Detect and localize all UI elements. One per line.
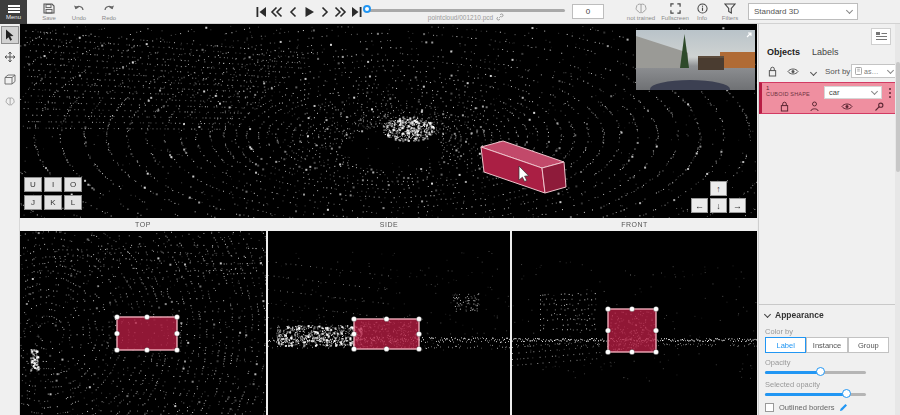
opacity-slider-fill (765, 371, 820, 374)
camera-preview[interactable] (636, 30, 755, 90)
object-assign-button[interactable] (810, 101, 819, 112)
object-lock-button[interactable] (780, 101, 789, 112)
panel-scrollbar-thumb[interactable] (896, 62, 900, 172)
fullscreen-button[interactable]: Fullscreen (660, 0, 690, 24)
caret-down-icon (809, 68, 816, 75)
next-frame-icon (320, 6, 330, 18)
menu-button[interactable]: Menu (0, 0, 27, 24)
hamburger-icon (8, 5, 20, 13)
class-dropdown[interactable]: car (824, 86, 882, 99)
filters-label: Filters (722, 15, 738, 21)
redo-icon (103, 4, 115, 14)
filename-label: pointcloud/001210.pcd (428, 14, 493, 21)
playback-controls (253, 4, 364, 20)
visibility-all-button[interactable] (785, 64, 801, 78)
view-mode-dropdown[interactable]: Standard 3D (748, 3, 858, 20)
outlined-borders-row: Outlined borders (765, 403, 848, 412)
selected-box-side[interactable] (348, 313, 425, 355)
filename-row: pointcloud/001210.pcd (367, 13, 565, 21)
color-mode-group: Label Instance Group (765, 337, 889, 353)
previous-frame-icon (288, 6, 298, 18)
fast-backward-button[interactable] (269, 4, 284, 20)
selected-box-top[interactable] (111, 311, 183, 356)
chevron-down-icon (871, 88, 878, 95)
undo-button[interactable]: Undo (66, 0, 92, 24)
nav-down-button[interactable]: ↓ (710, 198, 727, 213)
previous-frame-button[interactable] (285, 4, 300, 20)
lock-icon (780, 101, 789, 112)
view-mode-value: Standard 3D (754, 7, 799, 16)
skip-start-button[interactable] (253, 4, 268, 20)
auto-label-tool-button[interactable] (2, 93, 18, 109)
sort-id-icon (855, 67, 862, 75)
lock-icon (768, 66, 777, 77)
cuboid-tool-button[interactable] (2, 71, 18, 87)
undo-icon (73, 4, 85, 14)
side-ortho-view[interactable] (268, 231, 510, 415)
link-icon[interactable] (496, 13, 504, 21)
next-frame-button[interactable] (317, 4, 332, 20)
trained-status: not trained (626, 0, 656, 24)
hotkey-l[interactable]: L (64, 195, 82, 210)
not-trained-label: not trained (627, 15, 655, 21)
outlined-borders-checkbox[interactable] (765, 403, 774, 412)
color-mode-label[interactable]: Label (765, 337, 806, 353)
color-mode-instance[interactable]: Instance (806, 337, 847, 353)
front-view-label: FRONT (512, 218, 757, 231)
hotkey-i[interactable]: I (44, 177, 62, 192)
frame-slider[interactable] (367, 9, 565, 12)
pencil-icon[interactable] (839, 403, 848, 412)
fast-forward-button[interactable] (333, 4, 348, 20)
object-menu-button[interactable] (889, 88, 891, 98)
redo-button[interactable]: Redo (96, 0, 122, 24)
sort-dropdown[interactable]: as… (851, 64, 897, 78)
object-row-selected[interactable]: 1 CUBOID SHAPE car (759, 82, 896, 114)
pan-tool-button[interactable] (2, 49, 18, 65)
selected-opacity-slider-thumb[interactable] (842, 389, 851, 398)
redo-label: Redo (102, 15, 116, 21)
color-by-label: Color by (765, 327, 793, 336)
hotkey-row-1: U I O (24, 177, 82, 192)
main-3d-view[interactable]: U I O J K L ↑ ← ↓ → (20, 24, 757, 218)
nav-left-button[interactable]: ← (691, 198, 708, 213)
top-ortho-view[interactable] (20, 231, 266, 415)
nav-right-button[interactable]: → (729, 198, 746, 213)
frame-slider-thumb[interactable] (363, 5, 371, 13)
expand-all-button[interactable] (807, 66, 819, 78)
skip-end-button[interactable] (349, 4, 364, 20)
nav-up-button[interactable]: ↑ (710, 181, 727, 196)
save-button[interactable]: Save (36, 0, 62, 24)
filters-button[interactable]: Filters (716, 0, 744, 24)
play-button[interactable] (301, 4, 316, 20)
fast-backward-icon (270, 6, 283, 18)
frame-number-input[interactable] (572, 4, 604, 19)
tab-objects[interactable]: Objects (761, 44, 806, 60)
info-button[interactable]: Info (690, 0, 714, 24)
tab-labels[interactable]: Labels (806, 44, 845, 60)
top-view-label: TOP (20, 218, 266, 231)
expand-icon[interactable] (744, 32, 752, 40)
cuboid-icon (4, 74, 16, 85)
hotkey-o[interactable]: O (64, 177, 82, 192)
front-ortho-view[interactable] (512, 231, 757, 415)
lock-all-button[interactable] (765, 64, 779, 78)
selected-box-front[interactable] (602, 303, 662, 358)
save-label: Save (42, 15, 56, 21)
object-visibility-button[interactable] (841, 101, 853, 112)
object-pin-button[interactable] (874, 101, 884, 112)
color-mode-group-btn[interactable]: Group (848, 337, 889, 353)
hotkey-k[interactable]: K (44, 195, 62, 210)
opacity-label: Opacity (765, 358, 790, 367)
top-toolbar: Menu Save Undo Redo pointcloud/001 (0, 0, 900, 24)
brain-small-icon (5, 97, 16, 106)
skip-end-icon (351, 6, 363, 18)
opacity-slider-thumb[interactable] (816, 367, 825, 376)
hotkey-u[interactable]: U (24, 177, 42, 192)
info-icon (697, 3, 708, 14)
camera-truck (698, 56, 724, 70)
hotkey-j[interactable]: J (24, 195, 42, 210)
select-tool-button[interactable] (2, 27, 18, 43)
panel-scrollbar[interactable] (895, 24, 900, 415)
panel-layout-button[interactable] (871, 28, 891, 45)
appearance-header[interactable]: Appearance (765, 310, 824, 320)
